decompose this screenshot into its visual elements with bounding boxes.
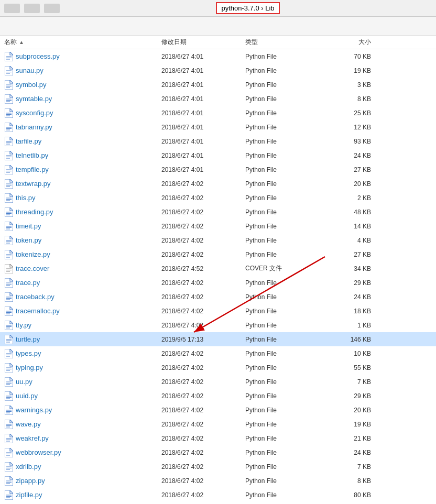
file-type: Python File [245, 407, 329, 414]
file-name: sunau.py [16, 67, 161, 74]
file-icon [4, 306, 14, 316]
file-icon [4, 222, 14, 231]
col-header-date[interactable]: 修改日期 [161, 38, 245, 47]
file-date: 2019/9/5 17:13 [161, 336, 245, 343]
file-size: 8 KB [329, 477, 371, 485]
file-size: 12 KB [329, 124, 371, 131]
file-date: 2018/6/27 4:02 [161, 237, 245, 244]
table-row[interactable]: tokenize.py 2018/6/27 4:02 Python File 2… [0, 247, 436, 261]
col-header-size[interactable]: 大小 [329, 38, 371, 47]
table-row[interactable]: token.py 2018/6/27 4:02 Python File 4 KB [0, 233, 436, 247]
table-row[interactable]: zipapp.py 2018/6/27 4:02 Python File 8 K… [0, 474, 436, 488]
file-date: 2018/6/27 4:02 [161, 194, 245, 202]
table-row[interactable]: warnings.py 2018/6/27 4:02 Python File 2… [0, 403, 436, 417]
column-headers: 名称 ▲ 修改日期 类型 大小 [0, 36, 436, 49]
table-row[interactable]: symbol.py 2018/6/27 4:01 Python File 3 K… [0, 78, 436, 92]
file-icon [4, 448, 14, 457]
table-row[interactable]: webbrowser.py 2018/6/27 4:02 Python File… [0, 445, 436, 459]
col-header-type[interactable]: 类型 [245, 38, 329, 47]
table-row[interactable]: tty.py 2018/6/27 4:02 Python File 1 KB [0, 318, 436, 332]
table-row[interactable]: traceback.py 2018/6/27 4:02 Python File … [0, 290, 436, 304]
file-icon [4, 292, 14, 302]
table-row[interactable]: timeit.py 2018/6/27 4:02 Python File 14 … [0, 219, 436, 233]
file-date: 2018/6/27 4:01 [161, 152, 245, 159]
table-row[interactable]: threading.py 2018/6/27 4:02 Python File … [0, 205, 436, 219]
file-name: sysconfig.py [16, 109, 161, 117]
file-name: subprocess.py [16, 52, 161, 60]
file-name: tempfile.py [16, 166, 161, 173]
table-row[interactable]: textwrap.py 2018/6/27 4:02 Python File 2… [0, 177, 436, 191]
file-icon [4, 165, 14, 174]
file-size: 21 KB [329, 435, 371, 442]
file-size: 2 KB [329, 194, 371, 202]
file-size: 20 KB [329, 407, 371, 414]
titlebar-btn-3 [44, 4, 60, 13]
table-row[interactable]: uuid.py 2018/6/27 4:02 Python File 29 KB [0, 389, 436, 403]
col-header-name[interactable]: 名称 ▲ [4, 38, 161, 47]
file-date: 2018/6/27 4:52 [161, 265, 245, 272]
file-date: 2018/6/27 4:02 [161, 491, 245, 499]
file-name: weakref.py [16, 434, 161, 442]
table-row[interactable]: sunau.py 2018/6/27 4:01 Python File 19 K… [0, 63, 436, 78]
table-row[interactable]: turtle.py 2019/9/5 17:13 Python File 146… [0, 332, 436, 346]
file-size: 93 KB [329, 138, 371, 145]
file-date: 2018/6/27 4:02 [161, 350, 245, 357]
file-type: Python File [245, 279, 329, 287]
file-name: tracemalloc.py [16, 307, 161, 315]
file-type: Python File [245, 209, 329, 216]
table-row[interactable]: telnetlib.py 2018/6/27 4:01 Python File … [0, 148, 436, 162]
sort-arrow-icon: ▲ [19, 39, 24, 45]
file-date: 2018/6/27 4:01 [161, 53, 245, 60]
file-icon [4, 108, 14, 118]
table-row[interactable]: trace.cover 2018/6/27 4:52 COVER 文件 34 K… [0, 261, 436, 276]
file-size: 3 KB [329, 81, 371, 89]
file-type: Python File [245, 435, 329, 442]
file-name: threading.py [16, 208, 161, 216]
file-size: 146 KB [329, 336, 371, 343]
table-row[interactable]: tabnanny.py 2018/6/27 4:01 Python File 1… [0, 120, 436, 134]
file-name: symtable.py [16, 95, 161, 103]
file-size: 25 KB [329, 109, 371, 117]
table-row[interactable]: symtable.py 2018/6/27 4:01 Python File 8… [0, 92, 436, 106]
file-date: 2018/6/27 4:02 [161, 364, 245, 371]
table-row[interactable]: xdrlib.py 2018/6/27 4:02 Python File 7 K… [0, 459, 436, 474]
file-type: Python File [245, 95, 329, 103]
file-date: 2018/6/27 4:02 [161, 463, 245, 470]
file-size: 24 KB [329, 293, 371, 301]
file-type: Python File [245, 477, 329, 485]
file-name: typing.py [16, 364, 161, 371]
file-date: 2018/6/27 4:02 [161, 293, 245, 301]
breadcrumb[interactable]: python-3.7.0 › Lib [216, 2, 279, 14]
file-icon [4, 321, 14, 330]
table-row[interactable]: types.py 2018/6/27 4:02 Python File 10 K… [0, 346, 436, 360]
file-list: subprocess.py 2018/6/27 4:01 Python File… [0, 49, 436, 504]
table-row[interactable]: weakref.py 2018/6/27 4:02 Python File 21… [0, 431, 436, 445]
file-date: 2018/6/27 4:02 [161, 322, 245, 329]
table-row[interactable]: trace.py 2018/6/27 4:02 Python File 29 K… [0, 276, 436, 290]
table-row[interactable]: uu.py 2018/6/27 4:02 Python File 7 KB [0, 375, 436, 389]
file-date: 2018/6/27 4:02 [161, 449, 245, 456]
file-date: 2018/6/27 4:02 [161, 421, 245, 428]
table-row[interactable]: this.py 2018/6/27 4:02 Python File 2 KB [0, 191, 436, 205]
file-icon [4, 137, 14, 146]
table-row[interactable]: typing.py 2018/6/27 4:02 Python File 55 … [0, 360, 436, 375]
table-row[interactable]: sysconfig.py 2018/6/27 4:01 Python File … [0, 106, 436, 120]
file-size: 80 KB [329, 491, 371, 499]
table-row[interactable]: zipfile.py 2018/6/27 4:02 Python File 80… [0, 488, 436, 502]
file-icon [4, 363, 14, 372]
file-date: 2018/6/27 4:01 [161, 124, 245, 131]
table-row[interactable]: tempfile.py 2018/6/27 4:01 Python File 2… [0, 162, 436, 177]
file-name: this.py [16, 194, 161, 202]
table-row[interactable]: subprocess.py 2018/6/27 4:01 Python File… [0, 49, 436, 63]
file-date: 2018/6/27 4:02 [161, 180, 245, 188]
file-type: Python File [245, 378, 329, 386]
table-row[interactable]: wave.py 2018/6/27 4:02 Python File 19 KB [0, 417, 436, 431]
table-row[interactable]: tracemalloc.py 2018/6/27 4:02 Python Fil… [0, 304, 436, 318]
table-row[interactable]: tarfile.py 2018/6/27 4:01 Python File 93… [0, 134, 436, 148]
file-name: types.py [16, 349, 161, 357]
file-type: Python File [245, 138, 329, 145]
file-type: Python File [245, 421, 329, 428]
breadcrumb-text: python-3.7.0 › Lib [221, 4, 274, 12]
file-icon [4, 434, 14, 443]
file-icon [4, 236, 14, 245]
